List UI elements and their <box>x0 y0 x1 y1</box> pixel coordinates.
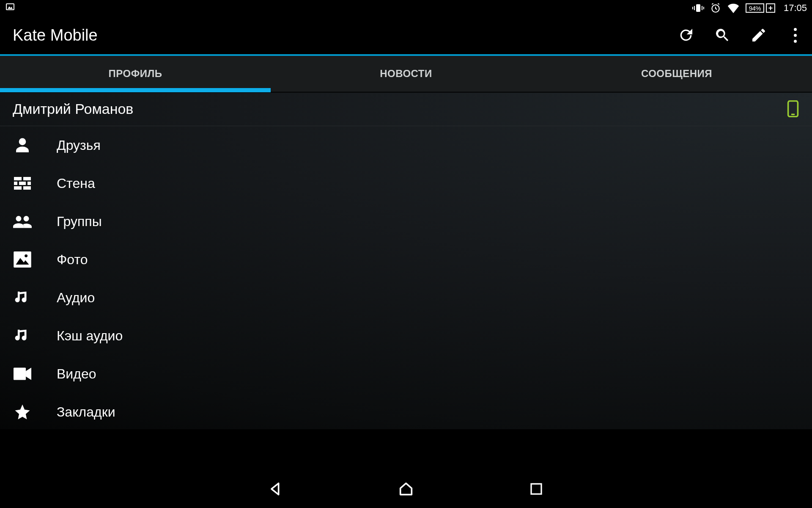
profile-content: Дмитрий Романов Друзья <box>0 92 812 429</box>
refresh-button[interactable] <box>677 26 695 44</box>
svg-rect-2 <box>696 4 700 12</box>
svg-point-18 <box>24 216 29 221</box>
tab-label: СООБЩЕНИЯ <box>641 68 712 80</box>
menu-item-photos[interactable]: Фото <box>0 240 812 279</box>
more-vert-icon <box>789 28 801 43</box>
music-icon <box>11 324 34 347</box>
tab-messages[interactable]: СООБЩЕНИЯ <box>541 56 812 91</box>
battery-plus-icon: + <box>766 3 775 13</box>
profile-name: Дмитрий Романов <box>13 101 133 117</box>
tab-bar: ПРОФИЛЬ НОВОСТИ СООБЩЕНИЯ <box>0 56 812 92</box>
status-clock: 17:05 <box>784 3 807 14</box>
svg-marker-23 <box>26 367 31 380</box>
profile-header[interactable]: Дмитрий Романов <box>0 93 812 126</box>
svg-rect-10 <box>14 177 22 180</box>
svg-rect-14 <box>27 182 31 185</box>
wall-icon <box>11 172 34 195</box>
menu-label: Группы <box>57 214 102 229</box>
menu-label: Фото <box>57 252 88 268</box>
svg-rect-6 <box>703 7 704 9</box>
svg-rect-4 <box>692 7 693 9</box>
tab-news[interactable]: НОВОСТИ <box>271 56 541 91</box>
menu-label: Аудио <box>57 290 95 306</box>
profile-menu: Друзья Стена <box>0 126 812 429</box>
alarm-icon <box>710 3 721 14</box>
overflow-menu-button[interactable] <box>786 26 804 44</box>
nav-recent-button[interactable] <box>526 479 546 499</box>
android-nav-bar <box>0 470 812 508</box>
menu-label: Друзья <box>57 138 101 153</box>
svg-marker-1 <box>8 6 13 9</box>
svg-marker-24 <box>272 483 279 495</box>
svg-rect-9 <box>791 113 795 115</box>
svg-rect-13 <box>19 182 26 185</box>
svg-rect-25 <box>531 484 541 494</box>
svg-rect-16 <box>23 186 31 190</box>
menu-label: Кэш аудио <box>57 328 123 344</box>
music-icon <box>11 286 34 309</box>
photo-icon <box>11 248 34 271</box>
nav-back-button[interactable] <box>266 479 286 499</box>
menu-item-groups[interactable]: Группы <box>0 202 812 240</box>
menu-item-audio-cache[interactable]: Кэш аудио <box>0 317 812 355</box>
svg-rect-5 <box>702 6 702 10</box>
online-mobile-icon <box>787 100 799 117</box>
app-title: Kate Mobile <box>13 26 98 44</box>
vibrate-icon <box>692 3 704 13</box>
menu-item-audio[interactable]: Аудио <box>0 279 812 317</box>
svg-rect-12 <box>14 182 17 185</box>
svg-rect-19 <box>14 251 31 268</box>
video-icon <box>11 362 34 385</box>
app-bar: Kate Mobile <box>0 16 812 56</box>
wifi-icon <box>727 3 740 13</box>
search-button[interactable] <box>713 26 732 44</box>
svg-point-21 <box>25 254 27 257</box>
menu-item-friends[interactable]: Друзья <box>0 126 812 164</box>
menu-label: Закладки <box>57 404 115 420</box>
compose-button[interactable] <box>749 26 768 44</box>
tab-profile[interactable]: ПРОФИЛЬ <box>0 56 271 91</box>
groups-icon <box>11 210 34 233</box>
menu-label: Стена <box>57 176 95 191</box>
star-icon <box>11 400 34 423</box>
android-status-bar: 94% + 17:05 <box>0 0 812 16</box>
picture-notification-icon <box>5 2 15 14</box>
menu-item-wall[interactable]: Стена <box>0 164 812 202</box>
svg-point-17 <box>16 216 21 221</box>
battery-percent: 94% <box>749 5 761 12</box>
tab-label: ПРОФИЛЬ <box>109 68 162 80</box>
menu-item-bookmarks[interactable]: Закладки <box>0 393 812 429</box>
tab-label: НОВОСТИ <box>380 68 432 80</box>
menu-item-video[interactable]: Видео <box>0 355 812 393</box>
person-icon <box>11 134 34 157</box>
svg-rect-22 <box>14 367 26 380</box>
nav-home-button[interactable] <box>396 479 416 499</box>
svg-rect-15 <box>14 186 22 190</box>
svg-rect-3 <box>694 6 695 10</box>
svg-rect-11 <box>23 177 31 180</box>
battery-indicator: 94% + <box>746 3 775 13</box>
menu-label: Видео <box>57 366 96 382</box>
